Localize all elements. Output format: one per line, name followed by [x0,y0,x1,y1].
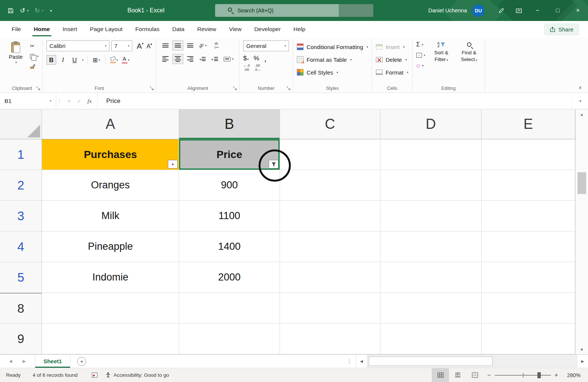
number-dialog-launcher[interactable] [287,87,291,91]
format-painter-button[interactable] [30,63,39,70]
orientation-button[interactable]: ab▾ [197,40,208,51]
filter-dropdown-a1[interactable]: ▾ [168,160,178,169]
clear-button[interactable]: ◇▾ [416,62,425,69]
zoom-slider[interactable] [495,368,551,382]
cell-d5[interactable] [380,262,482,293]
enter-button[interactable]: ✓ [77,98,82,104]
comma-style-button[interactable]: , [264,57,266,61]
cell-c9[interactable] [280,324,380,354]
tab-data[interactable]: Data [166,21,191,37]
cell-c3[interactable] [280,201,380,231]
zoom-out-button[interactable]: − [483,372,494,379]
column-header-a[interactable]: A [42,109,179,139]
cell-e8[interactable] [482,293,575,324]
number-format-select[interactable]: General▾ [243,40,289,51]
align-center-button[interactable] [172,54,183,64]
cell-c5[interactable] [280,262,380,293]
row-header-1[interactable]: 1 [0,139,42,170]
align-bottom-button[interactable] [185,40,196,51]
tab-developer[interactable]: Developer [248,21,287,37]
align-middle-button[interactable] [172,40,183,51]
cell-styles-button[interactable]: Cell Styles ▾ [297,66,368,79]
collapse-ribbon-button[interactable]: ∧ [578,85,582,90]
format-as-table-button[interactable]: Format as Table ▾ [297,53,368,66]
tab-formulas[interactable]: Formulas [129,21,166,37]
tab-sheet1[interactable]: Sheet1 [35,355,70,368]
fill-button[interactable]: ↓▾ [416,52,425,58]
font-size-select[interactable]: 7▾ [111,40,132,51]
cell-d1[interactable] [380,139,482,170]
sort-filter-button[interactable]: AZ Sort & Filter▾ [430,40,453,69]
delete-cells-button[interactable]: Delete ▾ [376,53,408,66]
tab-view[interactable]: View [223,21,248,37]
cell-e2[interactable] [482,170,575,201]
macro-record-icon[interactable] [92,373,97,378]
tab-home[interactable]: Home [27,21,56,37]
customize-quick-access-button[interactable]: ▾ [49,9,52,13]
increase-decimal-button[interactable]: ←.0.00 [243,64,250,72]
column-header-d[interactable]: D [380,109,482,139]
borders-button[interactable]: ⊞▾ [91,55,101,65]
expand-formula-bar-button[interactable]: ▾ [572,93,588,109]
cell-a8[interactable] [42,293,179,324]
cell-b9[interactable] [179,324,280,354]
cell-b4[interactable]: 1400 [179,231,280,262]
row-header-2[interactable]: 2 [0,170,42,201]
horizontal-scroll-thumb[interactable] [369,357,492,366]
maximize-button[interactable]: □ [548,0,568,21]
format-cells-button[interactable]: Format ▾ [376,66,408,79]
increase-indent-button[interactable]: ▸ [209,54,220,64]
search-box[interactable]: Search (Alt+Q) [215,4,373,17]
cancel-button[interactable]: × [67,98,71,104]
insert-function-button[interactable]: fx [87,98,91,104]
cell-d8[interactable] [380,293,482,324]
wrap-text-button[interactable]: abc↩ [209,40,224,51]
zoom-in-button[interactable]: + [551,372,562,379]
cell-e4[interactable] [482,231,575,262]
ribbon-display-options-button[interactable] [510,0,527,21]
row-header-9[interactable]: 9 [0,324,42,354]
row-header-4[interactable]: 4 [0,231,42,262]
cut-button[interactable]: ✂ [30,43,39,49]
insert-cells-button[interactable]: Insert ▾ [376,40,408,53]
accounting-format-button[interactable]: $▾ [243,55,248,62]
decrease-font-size-button[interactable]: A▾ [147,43,152,49]
cell-b8[interactable] [179,293,280,324]
accessibility-status[interactable]: Accessibility: Good to go [103,372,172,378]
align-left-button[interactable] [160,54,171,64]
tab-page-layout[interactable]: Page Layout [84,21,129,37]
copy-button[interactable]: ▾ [30,53,39,60]
tab-review[interactable]: Review [191,21,223,37]
conditional-formatting-button[interactable]: Conditional Formatting ▾ [297,40,368,53]
zoom-slider-thumb[interactable] [537,372,541,378]
increase-font-size-button[interactable]: A▴ [137,42,144,50]
filter-funnel-b1[interactable] [269,160,278,169]
page-break-preview-button[interactable] [466,368,483,382]
cell-a9[interactable] [42,324,179,354]
zoom-level[interactable]: 280% [562,372,588,378]
hscroll-right-button[interactable]: ▶ [577,355,588,368]
font-family-select[interactable]: Calibri▾ [46,40,109,51]
column-header-c[interactable]: C [280,109,380,139]
cell-d4[interactable] [380,231,482,262]
editing-pen-button[interactable] [493,0,510,21]
cell-c4[interactable] [280,231,380,262]
bold-button[interactable]: B [46,55,56,65]
cell-b1[interactable]: Price [179,139,280,170]
underline-button[interactable]: U [70,55,79,65]
cell-d2[interactable] [380,170,482,201]
paste-button[interactable]: Paste ▾ [5,40,26,70]
align-top-button[interactable] [160,40,171,51]
hscroll-left-button[interactable]: ◀ [356,355,367,368]
cell-c8[interactable] [280,293,380,324]
align-right-button[interactable] [185,54,196,64]
merge-center-button[interactable]: ▾ [222,54,235,64]
tab-splitter-handle[interactable]: ⋮ [343,355,356,368]
scroll-down-button[interactable]: ▼ [576,345,588,354]
redo-button[interactable]: ↻▾ [34,7,43,15]
cell-b5[interactable]: 2000 [179,262,280,293]
close-button[interactable]: × [568,0,588,21]
row-header-5[interactable]: 5 [0,262,42,293]
cell-a5[interactable]: Indomie [42,262,179,293]
cell-a4[interactable]: Pineapple [42,231,179,262]
